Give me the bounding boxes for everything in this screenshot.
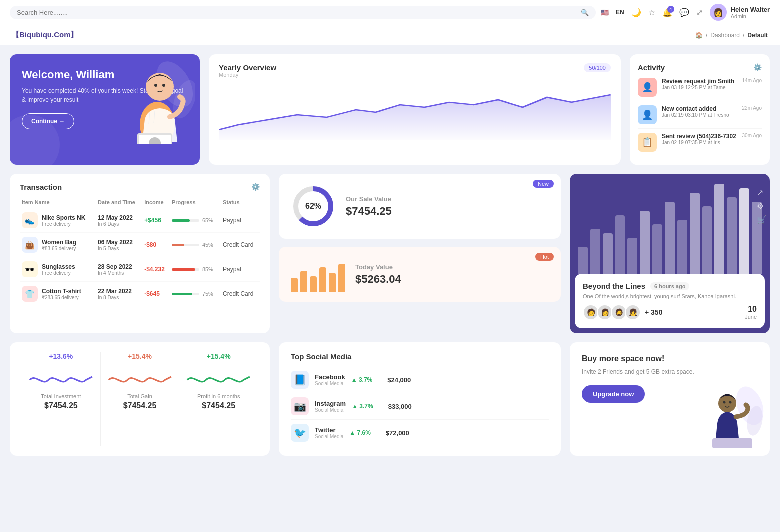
upgrade-illustration [700,386,765,451]
beyond-date-group: 10 June [745,305,757,320]
status-2: Paypal [221,257,260,282]
b-bar [640,211,650,274]
social-growth-1: ▲ 3.7% [352,403,374,410]
activity-sub-1: Jan 02 19 03:10 PM at Fresno [662,112,738,118]
transaction-title: Transaction [20,183,62,191]
nav-icons: 🇺🇸 EN 🌙 ☆ 🔔 4 💬 ⤢ 👩 Helen Walter Admin [601,4,770,21]
income-3: -$645 [142,282,170,306]
days-1: In 5 Days [98,246,140,251]
progress-wrap-3: 75% [172,291,219,297]
search-input[interactable] [17,9,577,16]
transaction-header: Transaction ⚙️ [20,183,260,191]
chat-icon[interactable]: 💬 [680,8,690,17]
stat-pct-3: +15.4% [207,352,231,360]
activity-thumb-0: 👤 [638,78,657,97]
wave-chart-3 [184,364,253,389]
stat-pct-2: +15.4% [128,352,152,360]
col-item: Item Name [20,196,96,208]
beyond-date: 10 [745,305,757,314]
b-bar [665,202,675,274]
social-icon-0: 📘 [291,371,309,389]
hot-badge: Hot [536,253,554,261]
donut-chart: 62% [291,184,336,229]
item-name-0: Nike Sports NK [42,214,86,221]
item-sub-2: Free delivery [42,270,76,276]
mini-bar-chart [291,257,346,292]
stats-card: +13.6% Total Investment $7454.25 +15.4% … [10,342,270,456]
sale-cards: 62% Our Sale Value $7454.25 New [279,174,561,333]
wave-chart-1 [27,364,96,389]
item-cell-2: 🕶️ Sunglasses Free delivery [22,261,94,277]
social-item-0: 📘 Facebook Social Media ▲ 3.7% $24,000 [291,367,549,393]
item-icon-3: 👕 [22,286,38,302]
home-icon[interactable]: 🏠 [696,32,703,39]
status-3: Credit Card [221,282,260,306]
income-2: -$4,232 [142,257,170,282]
beyond-share-icon[interactable]: ↗ [757,188,767,197]
progress-wrap-0: 65% [172,217,219,223]
item-sub-0: Free delivery [42,221,86,227]
main-content: Welcome, William You have completed 40% … [0,45,780,465]
activity-settings-icon[interactable]: ⚙️ [754,63,762,71]
social-info-0: Facebook Social Media [315,373,346,386]
breadcrumb-path1[interactable]: Dashboard [710,32,740,39]
beyond-wrapper: ↗ ⚙ 🛒 Beyond the Lines 6 hours ago One O… [570,174,770,333]
bell-icon[interactable]: 🔔 4 [662,8,672,17]
activity-item-0: 👤 Review request jim Smith Jan 03 19 12:… [638,74,762,101]
welcome-illustration [120,59,195,139]
avatar4: 👧 [625,304,641,320]
activity-item-2: 📋 Sent review (504)236-7302 Jan 02 19 07… [638,129,762,156]
breadcrumb-sep2: / [743,32,744,39]
star-icon[interactable]: ☆ [648,8,656,17]
sale-value-card: 62% Our Sale Value $7454.25 New [279,174,561,239]
search-bar[interactable]: 🔍 [10,6,596,19]
item-icon-2: 🕶️ [22,261,38,277]
stat-label-1: Total Investment [41,393,81,399]
social-sub-0: Social Media [315,381,346,386]
transaction-settings-icon[interactable]: ⚙️ [252,183,260,191]
activity-info-1: New contact added Jan 02 19 03:10 PM at … [662,105,738,118]
progress-fill-0 [172,219,190,222]
item-name-2: Sunglasses [42,263,76,270]
beyond-cart-icon[interactable]: 🛒 [757,215,767,224]
activity-time-2: 30m Ago [742,133,762,138]
upgrade-card: Buy more space now! Invite 2 Friends and… [570,342,770,456]
progress-wrap-1: 45% [172,242,219,248]
date-1: 06 May 2022 [98,239,140,246]
transaction-body: 👟 Nike Sports NK Free delivery 12 May 20… [20,208,260,306]
b-bar [652,224,662,274]
bar5 [329,273,336,292]
yearly-title-group: Yearly Overview Monday [219,63,276,83]
progress-bg-2 [172,268,200,271]
stat-profit: +15.4% Profit in 6 months $7454.25 [179,352,258,446]
breadcrumb-path2: Default [748,32,768,39]
beyond-title-row: Beyond the Lines 6 hours ago [583,282,757,290]
welcome-card: Welcome, William You have completed 40% … [10,54,200,165]
social-info-2: Twitter Social Media [315,426,344,439]
user-info[interactable]: 👩 Helen Walter Admin [710,4,770,21]
beyond-settings-icon[interactable]: ⚙ [757,201,767,211]
date-cell-1: 06 May 2022 In 5 Days [96,233,142,257]
b-bar [678,220,688,274]
progress-fill-1 [172,244,184,246]
moon-icon[interactable]: 🌙 [632,8,642,17]
income-0: +$456 [142,208,170,233]
pct-label-0: 65% [202,217,214,223]
new-badge: New [533,180,554,188]
date-2: 28 Sep 2022 [98,263,140,270]
social-name-0: Facebook [315,373,346,381]
breadcrumb-sep: / [706,32,708,39]
upgrade-button[interactable]: Upgrade now [582,385,645,403]
beyond-title-text: Beyond the Lines [583,282,646,290]
progress-bg-3 [172,293,200,295]
expand-icon[interactable]: ⤢ [696,8,703,17]
progress-fill-2 [172,268,196,271]
lang-label[interactable]: EN [616,9,624,16]
social-value-1: $33,000 [384,403,412,410]
status-0: Paypal [221,208,260,233]
progress-cell-3: 75% [170,282,221,306]
beyond-card: ↗ ⚙ 🛒 Beyond the Lines 6 hours ago One O… [570,174,770,333]
activity-sub-2: Jan 02 19 07:35 PM at Iris [662,140,738,145]
stat-investment: +13.6% Total Investment $7454.25 [22,352,100,446]
col-progress: Progress [170,196,221,208]
